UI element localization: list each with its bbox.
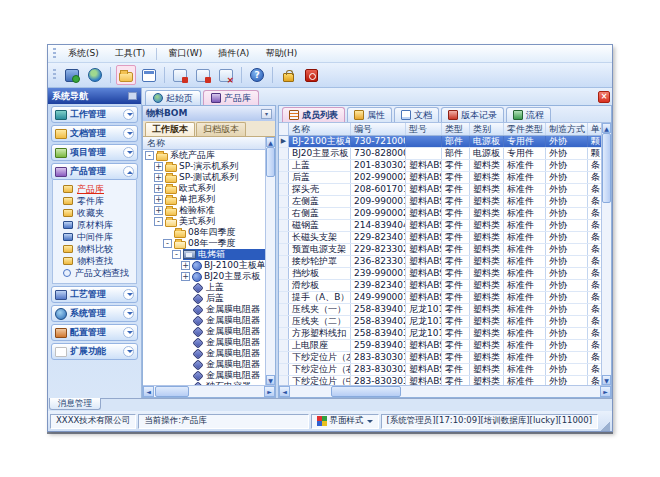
chevron-down-icon[interactable] bbox=[123, 289, 134, 300]
member-tab[interactable]: 版本记录 bbox=[441, 107, 504, 122]
member-tab[interactable]: 成员列表 bbox=[282, 107, 345, 122]
column-header[interactable]: 制造方式 bbox=[546, 123, 588, 135]
sidebar-item[interactable]: 产品库 bbox=[53, 183, 136, 195]
table-row[interactable]: ▶ 滑纱板 239-823401-00X 塑料ABS 零件 塑料类 标准件 外协… bbox=[279, 280, 601, 292]
table-row[interactable]: ▶ 长磁头支架 229-823401-00X 塑料ABS 零件 塑料类 标准件 … bbox=[279, 232, 601, 244]
table-row[interactable]: ▶ 右侧盖 209-990002-01X 塑料ABS 零件 塑料类 标准件 外协… bbox=[279, 208, 601, 220]
resize-grip[interactable] bbox=[600, 417, 610, 431]
table-row[interactable]: ▶ 上电限座 259-839403-00X 塑料ABS 零件 塑料类 标准件 外… bbox=[279, 340, 601, 352]
menu-system[interactable]: 系统(S) bbox=[61, 45, 106, 62]
scroll-thumb[interactable] bbox=[266, 147, 275, 177]
screen-button[interactable] bbox=[62, 65, 82, 85]
tree-node[interactable]: 金属膜电阻器 bbox=[143, 370, 265, 381]
bom-version-tab[interactable]: 工作版本 bbox=[145, 122, 195, 136]
close-window-button[interactable] bbox=[216, 65, 236, 85]
exit-button[interactable] bbox=[301, 65, 321, 85]
chevron-down-icon[interactable] bbox=[123, 109, 134, 120]
table-row[interactable]: ▶ 预置电源支架 229-823302-00X 塑料ABS 零件 塑料类 标准件… bbox=[279, 244, 601, 256]
scroll-thumb[interactable] bbox=[331, 386, 401, 397]
toolbar-grip[interactable] bbox=[53, 69, 56, 81]
member-tab[interactable]: 属性 bbox=[347, 107, 392, 122]
sidebar-item[interactable]: 原材料库 bbox=[53, 219, 136, 231]
table-row[interactable]: ▶ 接纱轮护罩 236-823301-00X 塑料ABS 零件 塑料类 标准件 … bbox=[279, 256, 601, 268]
scroll-up-icon[interactable]: ▲ bbox=[602, 123, 611, 133]
menu-window[interactable]: 窗口(W) bbox=[161, 45, 209, 62]
tree-expander[interactable]: - bbox=[172, 250, 181, 259]
close-tab-icon[interactable]: × bbox=[598, 91, 610, 103]
tree-node[interactable]: + SP-测试机系列 bbox=[143, 172, 265, 183]
sidebar-group[interactable]: 系统管理 bbox=[51, 305, 138, 322]
grid-vertical-scrollbar[interactable]: ▲ ▼ bbox=[601, 123, 611, 385]
bom-version-tab[interactable]: 归档版本 bbox=[196, 122, 246, 136]
table-row[interactable]: ▶ 探头壳 208-601701-01X 塑料ABS 零件 塑料类 标准件 外协… bbox=[279, 184, 601, 196]
tree-node[interactable]: + BJ-2100主板单点 bbox=[143, 260, 265, 271]
chevron-up-icon[interactable] bbox=[123, 166, 134, 177]
export-window-button[interactable] bbox=[170, 65, 190, 85]
table-row[interactable]: ▶ 压线夹（一） 258-839401-00X 尼龙1010 零件 塑料类 标准… bbox=[279, 304, 601, 316]
sidebar-item[interactable]: 物料比较 bbox=[53, 243, 136, 255]
table-row[interactable]: ▶ 上盖 201-830302-00X 塑料ABS 零件 塑料类 标准件 外协 … bbox=[279, 160, 601, 172]
table-row[interactable]: ▶ 提手（A、B） 249-990001-01X 塑料ABS 零件 塑料类 标准… bbox=[279, 292, 601, 304]
table-row[interactable]: ▶ BJ20主显示板 730-828000-04X 部件 电源板 专用件 外协 … bbox=[279, 148, 601, 160]
tree-expander[interactable]: + bbox=[154, 195, 163, 204]
tree-vertical-scrollbar[interactable]: ▲ ▼ bbox=[265, 137, 275, 385]
menu-help[interactable]: 帮助(H) bbox=[258, 45, 304, 62]
help-button[interactable]: ? bbox=[247, 65, 267, 85]
tree-expander[interactable]: + bbox=[154, 184, 163, 193]
tree-horizontal-scrollbar[interactable]: ◄ ► bbox=[143, 385, 275, 397]
tab-home[interactable]: 起始页 bbox=[145, 90, 201, 105]
column-header[interactable]: 单位 bbox=[588, 123, 601, 135]
table-row[interactable]: ▶ 挡纱板 239-990001-01X 塑料ABS 零件 塑料类 标准件 外协… bbox=[279, 268, 601, 280]
tree-node[interactable]: - 电烤箱 bbox=[143, 249, 265, 260]
tree-expander[interactable]: + bbox=[154, 206, 163, 215]
member-tab[interactable]: 流程 bbox=[506, 107, 551, 122]
tree-node[interactable]: + 单把系列 bbox=[143, 194, 265, 205]
sidebar-menu-icon[interactable] bbox=[128, 92, 137, 100]
column-header[interactable]: 类别 bbox=[470, 123, 504, 135]
sidebar-group[interactable]: 工作管理 bbox=[51, 106, 138, 123]
table-row[interactable]: ▶ 后盖 202-990002-01X 塑料ABS 零件 塑料类 标准件 外协 … bbox=[279, 172, 601, 184]
scroll-right-icon[interactable]: ► bbox=[600, 386, 611, 397]
tree-column-header[interactable]: 名称 bbox=[143, 137, 265, 150]
lock-button[interactable] bbox=[278, 65, 298, 85]
member-tab[interactable]: 文档 bbox=[394, 107, 439, 122]
sidebar-item[interactable]: 物料查找 bbox=[53, 255, 136, 267]
tree-node[interactable]: - 美式系列 bbox=[143, 216, 265, 227]
scroll-right-icon[interactable]: ► bbox=[264, 386, 275, 397]
chevron-down-icon[interactable] bbox=[123, 327, 134, 338]
sidebar-item[interactable]: 零件库 bbox=[53, 195, 136, 207]
tree-node[interactable]: 金属膜电阻器 bbox=[143, 304, 265, 315]
column-header[interactable]: 类型 bbox=[442, 123, 470, 135]
report-button[interactable] bbox=[139, 65, 159, 85]
tree-node[interactable]: + BJ20主显示板 bbox=[143, 271, 265, 282]
scroll-down-icon[interactable]: ▼ bbox=[266, 375, 275, 385]
sidebar-group[interactable]: 扩展功能 bbox=[51, 343, 138, 360]
tree-node[interactable]: + 检验标准 bbox=[143, 205, 265, 216]
column-header[interactable]: 编号 bbox=[351, 123, 406, 135]
menu-plugins[interactable]: 插件(A) bbox=[211, 45, 256, 62]
menu-tools[interactable]: 工具(T) bbox=[108, 45, 153, 62]
sidebar-item[interactable]: 收藏夹 bbox=[53, 207, 136, 219]
tree-expander[interactable]: + bbox=[181, 272, 190, 281]
scroll-down-icon[interactable]: ▼ bbox=[602, 375, 611, 385]
scroll-thumb[interactable] bbox=[602, 133, 611, 203]
tree-node[interactable]: 金属膜电阻器 bbox=[143, 326, 265, 337]
scroll-left-icon[interactable]: ◄ bbox=[279, 386, 290, 397]
scroll-left-icon[interactable]: ◄ bbox=[143, 386, 154, 397]
sidebar-group-product[interactable]: 产品管理 产品库 零件库 bbox=[51, 163, 138, 284]
import-window-button[interactable] bbox=[193, 65, 213, 85]
scroll-up-icon[interactable]: ▲ bbox=[266, 137, 275, 147]
tree-node[interactable]: 金属膜电阻器 bbox=[143, 315, 265, 326]
tree-expander[interactable]: - bbox=[145, 151, 154, 160]
table-row[interactable]: ▶ 左侧盖 209-990001-01X 塑料ABS 零件 塑料类 标准件 外协… bbox=[279, 196, 601, 208]
ui-style-button[interactable]: 界面样式 bbox=[311, 414, 379, 429]
open-library-button[interactable] bbox=[116, 65, 136, 85]
table-row[interactable]: ▶ 下纱定位片（中） 283-830303-00X 塑料ABS 零件 塑料类 标… bbox=[279, 376, 601, 385]
table-row[interactable]: ▶ 方形塑料线扣 258-839403-00X 尼龙1010 零件 塑料类 标准… bbox=[279, 328, 601, 340]
table-row[interactable]: ▶ BJ-2100主板单点 730-721000-12X 部件 电源板 专用件 … bbox=[279, 136, 601, 148]
tree-node[interactable]: - 08年一季度 bbox=[143, 238, 265, 249]
message-panel-tab[interactable]: 消息管理 bbox=[49, 398, 101, 410]
tree-node[interactable]: + SP-演示机系列 bbox=[143, 161, 265, 172]
sidebar-group[interactable]: 文档管理 bbox=[51, 125, 138, 142]
table-row[interactable]: ▶ 下纱定位片（左） 283-830301-00X 塑料ABS 零件 塑料类 标… bbox=[279, 352, 601, 364]
